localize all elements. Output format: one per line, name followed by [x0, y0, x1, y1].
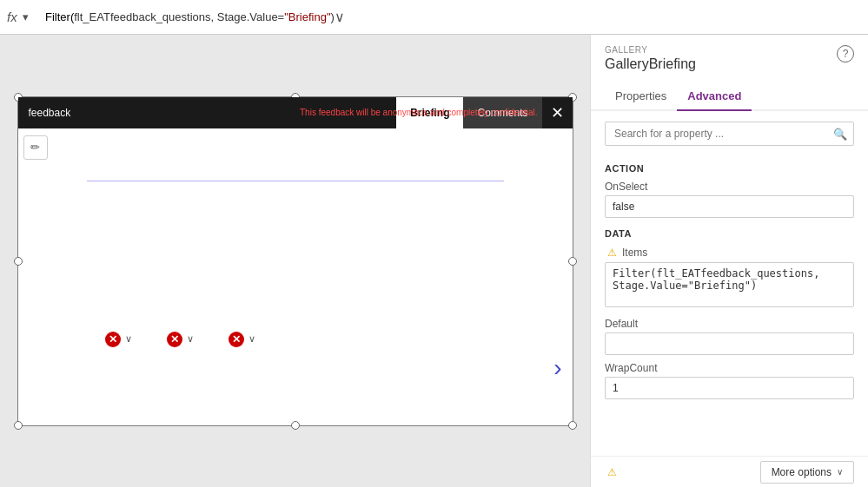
help-icon[interactable]: ?: [837, 45, 854, 63]
warn-icon-bottom: ⚠: [605, 465, 619, 479]
section-data-header: DATA: [591, 221, 868, 242]
section-action-header: ACTION: [591, 156, 868, 177]
error-cross-3: ✕: [229, 332, 244, 347]
more-options-chevron-icon: ∨: [837, 467, 843, 477]
gallery-divider: [87, 181, 504, 181]
formula-string-value: "Briefing": [284, 10, 330, 23]
panel-tabs: Properties Advanced: [591, 82, 868, 111]
gallery-header: feedback Briefing Comments This feedback…: [18, 97, 573, 128]
prop-label-items: ⚠ Items: [605, 246, 854, 260]
formula-text: Filter(flt_EATfeedback_questions, Stage.…: [45, 10, 335, 23]
gallery-close-button[interactable]: ✕: [542, 105, 573, 121]
tab-advanced[interactable]: Advanced: [677, 82, 752, 111]
prop-input-onselect[interactable]: [605, 195, 854, 218]
fx-symbol: fx: [7, 10, 17, 24]
prop-row-default: Default: [591, 314, 868, 359]
prop-input-default[interactable]: [605, 332, 854, 355]
gallery-edit-button[interactable]: ✏: [23, 135, 48, 160]
prop-label-onselect: OnSelect: [605, 181, 854, 193]
error-item-1: ✕ ∨: [105, 332, 132, 347]
search-bar: 🔍: [605, 122, 854, 146]
formula-bar: fx ▾ Filter(flt_EATfeedback_questions, S…: [0, 0, 868, 35]
prop-label-default: Default: [605, 318, 854, 330]
tab-properties[interactable]: Properties: [605, 82, 677, 111]
error-cross-1: ✕: [105, 332, 121, 347]
gallery-next-arrow[interactable]: ›: [553, 354, 561, 382]
bottom-bar: ⚠ More options ∨: [591, 456, 868, 487]
gallery-warning-text: This feedback will be anonymous and comp…: [300, 97, 538, 128]
formula-param1: flt_EATfeedback_questions, Stage.Value=: [74, 10, 284, 23]
search-input[interactable]: [605, 122, 854, 146]
gallery-content: ✕ ∨ ✕ ∨ ✕ ∨ ›: [18, 128, 573, 425]
error-row: ✕ ∨ ✕ ∨ ✕ ∨: [18, 332, 573, 347]
error-chevron-3: ∨: [248, 333, 255, 345]
prop-row-wrapcount: WrapCount: [591, 359, 868, 403]
error-cross-2: ✕: [167, 332, 182, 347]
prop-row-items: ⚠ Items Filter(flt_EATfeedback_questions…: [591, 242, 868, 314]
prop-input-items[interactable]: Filter(flt_EATfeedback_questions, Stage.…: [605, 262, 854, 307]
panel-section-label: GALLERY: [605, 45, 854, 55]
error-chevron-1: ∨: [125, 333, 132, 345]
error-chevron-2: ∨: [187, 333, 194, 345]
gallery-widget[interactable]: feedback Briefing Comments This feedback…: [17, 96, 573, 426]
search-icon: 🔍: [833, 128, 847, 141]
more-options-button[interactable]: More options ∨: [760, 461, 854, 484]
warn-icon-items: ⚠: [605, 246, 619, 260]
error-item-2: ✕ ∨: [167, 332, 194, 347]
gallery-header-label: feedback: [29, 107, 71, 119]
formula-collapse-button[interactable]: ∨: [335, 9, 345, 25]
error-item-3: ✕ ∨: [229, 332, 255, 347]
pencil-icon: ✏: [30, 141, 40, 154]
fx-label: fx ▾: [7, 9, 38, 25]
formula-function-name: Filter(: [45, 10, 74, 23]
right-panel: GALLERY GalleryBriefing ? Properties Adv…: [590, 35, 868, 487]
fx-dropdown-button[interactable]: ▾: [21, 9, 30, 25]
canvas-area: feedback Briefing Comments This feedback…: [0, 35, 590, 487]
prop-row-onselect: OnSelect: [591, 177, 868, 221]
prop-input-wrapcount[interactable]: [605, 377, 854, 399]
prop-label-wrapcount: WrapCount: [605, 362, 854, 374]
panel-title: GalleryBriefing: [605, 56, 854, 72]
panel-header: GALLERY GalleryBriefing ?: [591, 35, 868, 82]
